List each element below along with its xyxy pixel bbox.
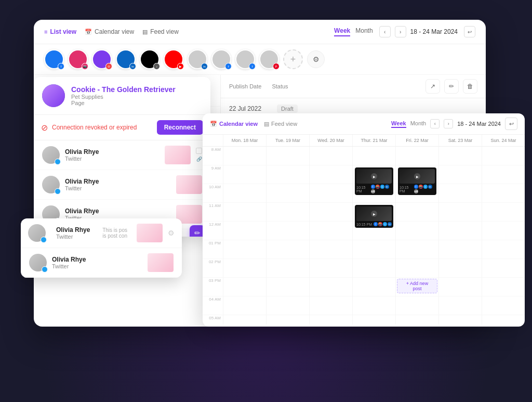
add-post-btn[interactable]: + Add new post bbox=[397, 279, 437, 293]
avatar-item-2[interactable]: ⊘ bbox=[92, 49, 112, 69]
cal-cell[interactable]: ▶ 10:15 PM f 📸 t in bbox=[353, 203, 395, 222]
external-link-btn[interactable]: ↗ bbox=[425, 79, 440, 94]
cal-cell[interactable] bbox=[223, 147, 266, 165]
cal-cell[interactable] bbox=[396, 147, 438, 165]
cal-cell[interactable] bbox=[396, 240, 438, 259]
cal-next-btn[interactable]: › bbox=[444, 119, 453, 128]
cal-cell[interactable] bbox=[310, 315, 352, 325]
cal-cell[interactable] bbox=[267, 147, 309, 165]
cal-cell[interactable] bbox=[482, 203, 525, 222]
reconnect-btn[interactable]: Reconnect bbox=[157, 120, 203, 135]
avatar-item-6[interactable]: in bbox=[188, 49, 207, 69]
cal-cell[interactable] bbox=[223, 259, 266, 278]
cal-cell[interactable] bbox=[223, 184, 266, 203]
avatar-item-9[interactable]: P bbox=[259, 49, 279, 69]
avatar-item-0[interactable]: f bbox=[44, 49, 64, 69]
cal-cell[interactable] bbox=[310, 203, 352, 222]
cal-cell[interactable] bbox=[439, 259, 482, 278]
cal-cell[interactable] bbox=[439, 184, 482, 203]
prev-week-btn[interactable]: ‹ bbox=[379, 26, 391, 37]
week-tab[interactable]: Week bbox=[334, 27, 350, 36]
cal-cell[interactable] bbox=[310, 278, 352, 296]
cal-cell[interactable] bbox=[267, 240, 309, 259]
cal-cell[interactable] bbox=[482, 296, 525, 315]
cal-cell[interactable] bbox=[439, 240, 482, 259]
tab-list-view[interactable]: ≡ List view bbox=[44, 28, 76, 35]
cal-cell[interactable] bbox=[396, 296, 438, 315]
settings-btn[interactable]: ⚙ bbox=[307, 50, 325, 68]
cal-cell[interactable] bbox=[353, 240, 395, 259]
cal-cell[interactable] bbox=[267, 184, 309, 203]
cal-tab-calendar[interactable]: 📅 Calendar view bbox=[210, 121, 258, 127]
delete-btn[interactable]: 🗑 bbox=[463, 79, 477, 94]
cal-cell[interactable] bbox=[396, 222, 438, 240]
cal-month-tab[interactable]: Month bbox=[410, 120, 427, 128]
cal-cell[interactable] bbox=[439, 147, 482, 165]
cal-cell[interactable] bbox=[310, 222, 352, 240]
cal-cell[interactable] bbox=[267, 278, 309, 296]
cal-cell[interactable] bbox=[223, 240, 266, 259]
link-icon[interactable]: 🔗 bbox=[196, 156, 202, 162]
cal-cell[interactable] bbox=[223, 203, 266, 222]
cal-cell[interactable] bbox=[310, 259, 352, 278]
cal-cell[interactable] bbox=[482, 147, 525, 165]
cal-cell[interactable] bbox=[439, 315, 482, 325]
cal-week-tab[interactable]: Week bbox=[391, 120, 406, 128]
cal-cell[interactable] bbox=[267, 315, 309, 325]
checkbox[interactable] bbox=[196, 148, 202, 154]
cal-cell[interactable] bbox=[396, 203, 438, 222]
cal-cell[interactable] bbox=[439, 203, 482, 222]
month-tab[interactable]: Month bbox=[355, 27, 373, 36]
cal-cell[interactable] bbox=[267, 296, 309, 315]
cal-cell[interactable] bbox=[482, 315, 525, 325]
cal-cell[interactable] bbox=[482, 222, 525, 240]
settings-icon[interactable]: ⚙ bbox=[168, 229, 175, 237]
cal-cell[interactable] bbox=[353, 278, 395, 296]
add-connection-btn[interactable]: + bbox=[283, 49, 303, 69]
avatar-item-8[interactable]: f bbox=[235, 49, 255, 69]
cal-prev-btn[interactable]: ‹ bbox=[430, 119, 440, 128]
cal-cell[interactable] bbox=[482, 184, 525, 203]
cal-cell[interactable] bbox=[439, 296, 482, 315]
cal-cell[interactable] bbox=[482, 278, 525, 296]
cal-cell[interactable] bbox=[353, 296, 395, 315]
cal-cell[interactable] bbox=[439, 278, 482, 296]
cal-cell[interactable] bbox=[482, 240, 525, 259]
cal-cell[interactable] bbox=[223, 296, 266, 315]
cal-cell[interactable] bbox=[223, 278, 266, 296]
cal-cell[interactable] bbox=[310, 184, 352, 203]
cal-cell[interactable] bbox=[482, 165, 525, 184]
edit-btn[interactable]: ✏ bbox=[444, 79, 459, 94]
refresh-btn[interactable]: ↩ bbox=[464, 26, 475, 37]
cal-cell[interactable] bbox=[267, 222, 309, 240]
cal-event-fri-1[interactable]: ▶ 10:15 PM f 📸 t in +4 bbox=[398, 167, 436, 195]
cal-cell[interactable] bbox=[396, 259, 438, 278]
cal-cell[interactable] bbox=[267, 259, 309, 278]
cal-cell[interactable] bbox=[353, 259, 395, 278]
cal-cell[interactable] bbox=[310, 240, 352, 259]
cal-cell[interactable]: ▶ 10:15 PM f 📸 t in +4 bbox=[396, 165, 438, 184]
cal-return-btn[interactable]: ↩ bbox=[505, 118, 517, 130]
cal-cell[interactable] bbox=[310, 296, 352, 315]
cal-cell[interactable] bbox=[223, 315, 266, 325]
next-week-btn[interactable]: › bbox=[395, 26, 406, 37]
cal-cell[interactable] bbox=[439, 165, 482, 184]
cal-cell[interactable] bbox=[223, 222, 266, 240]
avatar-item-5[interactable]: ▶ bbox=[164, 49, 183, 69]
cal-cell[interactable]: ▶ 10:15 PM f 📸 t in +4 bbox=[353, 165, 395, 184]
cal-cell[interactable] bbox=[482, 259, 525, 278]
cal-cell[interactable] bbox=[353, 147, 395, 165]
cal-tab-feed[interactable]: ▤ Feed view bbox=[264, 121, 297, 127]
avatar-item-1[interactable]: 📷 bbox=[68, 49, 88, 69]
avatar-item-7[interactable]: f bbox=[211, 49, 231, 69]
avatar-item-3[interactable]: in bbox=[116, 49, 136, 69]
cal-event-thu-1[interactable]: ▶ 10:15 PM f 📸 t in +4 bbox=[355, 167, 393, 195]
cal-cell[interactable] bbox=[267, 165, 309, 184]
cal-cell[interactable] bbox=[267, 203, 309, 222]
cal-cell[interactable] bbox=[310, 147, 352, 165]
tab-calendar-view[interactable]: 📅 Calendar view bbox=[85, 28, 134, 35]
cal-cell[interactable]: + Add new post bbox=[396, 278, 438, 296]
cal-event-thu-2[interactable]: ▶ 10:15 PM f 📸 t in bbox=[355, 205, 393, 228]
avatar-item-4[interactable]: ♪ bbox=[140, 49, 159, 69]
cal-cell[interactable] bbox=[310, 165, 352, 184]
